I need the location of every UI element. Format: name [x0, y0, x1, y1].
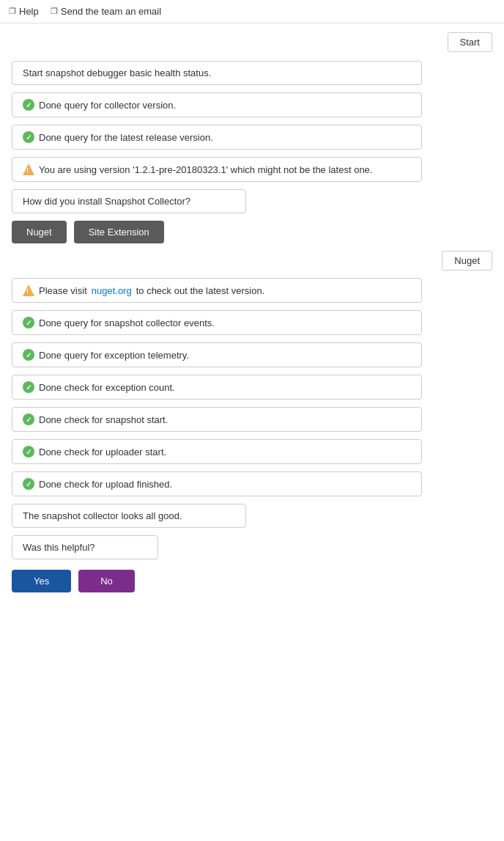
site-extension-button[interactable]: Site Extension [74, 221, 164, 243]
uploader-start-message: Done check for uploader start. [12, 439, 422, 464]
external-link-icon-2: ❐ [51, 7, 58, 16]
helpful-text: Was this helpful? [23, 542, 95, 553]
check-icon-uploader-start [23, 446, 34, 458]
check-icon-release [23, 131, 34, 143]
nuget-visit-text-before: Please visit [39, 285, 87, 296]
start-message: Start snapshot debugger basic health sta… [12, 61, 422, 85]
warn-icon-nuget [23, 284, 34, 296]
email-label: Send the team an email [61, 6, 161, 17]
check-icon-snapshot-start [23, 414, 34, 425]
nuget-visit-text-after: to check out the latest version. [136, 285, 265, 296]
install-buttons-row: Nuget Site Extension [12, 221, 492, 243]
help-link[interactable]: ❐ Help [9, 6, 39, 17]
upload-finished-text: Done check for upload finished. [39, 479, 172, 490]
top-bar: ❐ Help ❐ Send the team an email [0, 0, 504, 23]
install-question-text: How did you install Snapshot Collector? [23, 196, 190, 207]
upload-finished-message: Done check for upload finished. [12, 471, 422, 496]
email-link[interactable]: ❐ Send the team an email [51, 6, 161, 17]
helpful-box: Was this helpful? [12, 535, 158, 559]
collector-version-message: Done query for collector version. [12, 92, 422, 117]
external-link-icon: ❐ [9, 7, 16, 16]
start-button-row: Start [12, 32, 492, 52]
exception-count-text: Done check for exception count. [39, 382, 175, 393]
uploader-start-text: Done check for uploader start. [39, 447, 166, 458]
snapshot-events-message: Done query for snapshot collector events… [12, 310, 422, 335]
exception-count-message: Done check for exception count. [12, 375, 422, 400]
nuget-org-link[interactable]: nuget.org [92, 285, 132, 296]
nuget-visit-message: Please visit nuget.org to check out the … [12, 278, 422, 303]
exception-telemetry-text: Done query for exception telemetry. [39, 350, 189, 361]
check-icon-collector [23, 99, 34, 111]
warn-icon-version [23, 164, 34, 175]
snapshot-start-text: Done check for snapshot start. [39, 414, 168, 425]
nuget-response-row: Nuget [12, 251, 492, 271]
collector-version-text: Done query for collector version. [39, 100, 176, 111]
feedback-buttons-row: Yes No [12, 570, 492, 592]
all-good-message: The snapshot collector looks all good. [12, 504, 246, 528]
install-question-box: How did you install Snapshot Collector? [12, 189, 246, 213]
start-button[interactable]: Start [448, 32, 492, 52]
latest-release-message: Done query for the latest release versio… [12, 125, 422, 150]
version-warning-message: You are using version '1.2.1-pre-2018032… [12, 157, 422, 182]
version-warning-text: You are using version '1.2.1-pre-2018032… [39, 164, 372, 175]
help-label: Help [19, 6, 39, 17]
no-button[interactable]: No [78, 570, 135, 592]
all-good-text: The snapshot collector looks all good. [23, 510, 182, 521]
snapshot-events-text: Done query for snapshot collector events… [39, 317, 215, 328]
check-icon-exception-telemetry [23, 349, 34, 361]
main-content: Start Start snapshot debugger basic heal… [0, 23, 504, 601]
check-icon-snapshot-events [23, 317, 34, 328]
exception-telemetry-message: Done query for exception telemetry. [12, 342, 422, 367]
snapshot-start-message: Done check for snapshot start. [12, 407, 422, 432]
yes-button[interactable]: Yes [12, 570, 71, 592]
latest-release-text: Done query for the latest release versio… [39, 132, 213, 143]
start-message-text: Start snapshot debugger basic health sta… [23, 67, 211, 78]
check-icon-exception-count [23, 381, 34, 393]
check-icon-upload-finished [23, 478, 34, 490]
nuget-button[interactable]: Nuget [12, 221, 67, 243]
nuget-response-button[interactable]: Nuget [442, 251, 492, 271]
